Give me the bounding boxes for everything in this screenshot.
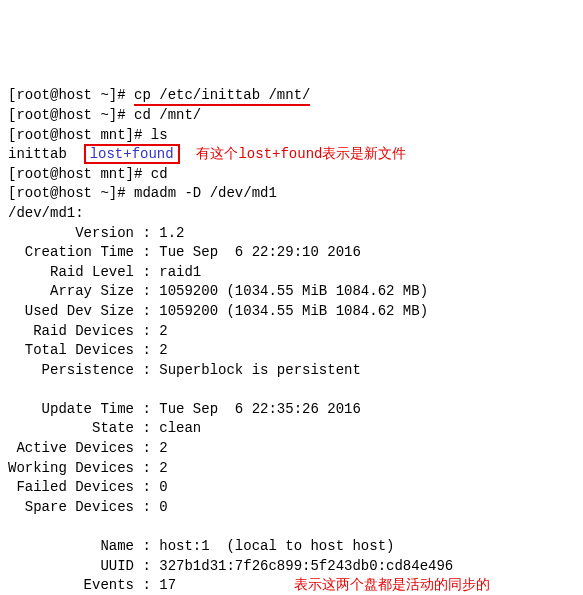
line: Spare Devices : 0 <box>8 499 168 515</box>
ls-lost-found: lost+found <box>84 144 180 164</box>
line: Version : 1.2 <box>8 225 184 241</box>
line: [root@host ~]# mdadm -D /dev/md1 <box>8 185 277 201</box>
line: Raid Level : raid1 <box>8 264 201 280</box>
line: Events : 17 <box>8 577 176 593</box>
line: Failed Devices : 0 <box>8 479 168 495</box>
line: Creation Time : Tue Sep 6 22:29:10 2016 <box>8 244 361 260</box>
annotation-lost-found: 有这个lost+found表示是新文件 <box>180 146 407 162</box>
terminal-output: [root@host ~]# cp /etc/inittab /mnt/ [ro… <box>8 86 575 595</box>
line: Update Time : Tue Sep 6 22:35:26 2016 <box>8 401 361 417</box>
line: Total Devices : 2 <box>8 342 168 358</box>
line: Working Devices : 2 <box>8 460 168 476</box>
line: State : clean <box>8 420 201 436</box>
line: [root@host ~]# cd /mnt/ <box>8 107 201 123</box>
cmd-cp: cp /etc/inittab /mnt/ <box>134 87 310 106</box>
ls-inittab: inittab <box>8 146 84 162</box>
annotation-active-sync: 表示这两个盘都是活动的同步的 <box>176 577 490 593</box>
line: Persistence : Superblock is persistent <box>8 362 361 378</box>
line: Used Dev Size : 1059200 (1034.55 MiB 108… <box>8 303 428 319</box>
line: Array Size : 1059200 (1034.55 MiB 1084.6… <box>8 283 428 299</box>
line: Raid Devices : 2 <box>8 323 168 339</box>
line: [root@host mnt]# cd <box>8 166 168 182</box>
line: UUID : 327b1d31:7f26c899:5f243db0:cd84e4… <box>8 558 453 574</box>
line: Name : host:1 (local to host host) <box>8 538 394 554</box>
line: [root@host mnt]# ls <box>8 127 168 143</box>
prompt: [root@host ~]# <box>8 87 134 103</box>
line: /dev/md1: <box>8 205 84 221</box>
line: Active Devices : 2 <box>8 440 168 456</box>
